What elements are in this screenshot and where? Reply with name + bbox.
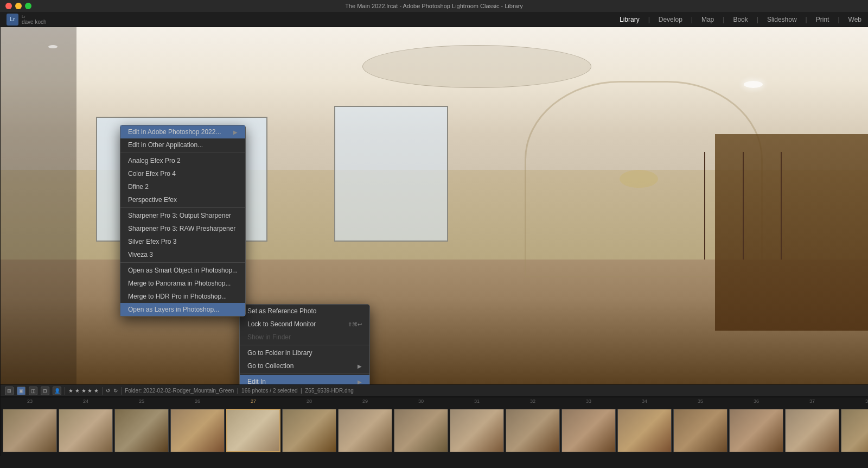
nav-print[interactable]: Print: [816, 16, 829, 23]
main-image-area[interactable]: Set as Reference Photo Lock to Second Mo…: [1, 27, 868, 384]
sub-dfine[interactable]: Dfine 2: [120, 180, 245, 193]
thumb-num: 23: [3, 399, 57, 404]
loupe-view-btn[interactable]: ▣: [17, 387, 25, 395]
thumb-num: 31: [450, 399, 504, 404]
thumb-num: 26: [170, 399, 225, 404]
filmstrip-thumb[interactable]: [561, 409, 616, 452]
rating-stars[interactable]: ★ ★ ★ ★ ★: [68, 388, 99, 394]
filmstrip: 23 24 25 26 27 28 29 30 31 32 33 34 35 3…: [1, 396, 868, 456]
thumb-num: 27: [226, 399, 280, 404]
filmstrip-thumbs: [1, 405, 868, 456]
filmstrip-thumb[interactable]: [450, 409, 504, 452]
filmstrip-thumb[interactable]: [841, 409, 868, 452]
toolbar-divider: [65, 387, 65, 395]
ctx-goto-collection[interactable]: Go to Collection ▶: [240, 359, 369, 372]
ctx-sep: [120, 207, 245, 208]
traffic-lights: [5, 3, 31, 9]
maximize-button[interactable]: [25, 3, 31, 9]
window-title: The Main 2022.lrcat - Adobe Photoshop Li…: [345, 3, 523, 9]
rotate-right-btn[interactable]: ↻: [113, 388, 118, 394]
filmstrip-numbers: 23 24 25 26 27 28 29 30 31 32 33 34 35 3…: [1, 397, 868, 405]
nav-develop[interactable]: Develop: [659, 16, 682, 23]
app-subtitle: Lr dave koch: [22, 14, 47, 25]
nav-map[interactable]: Map: [701, 16, 714, 23]
sub-merge-panorama[interactable]: Merge to Panorama in Photoshop...: [120, 277, 245, 290]
sub-sharpener-raw[interactable]: Sharpener Pro 3: RAW Presharpener: [120, 222, 245, 235]
toolbar-divider: [102, 387, 103, 395]
toolbar-divider: [121, 387, 122, 395]
filmstrip-path-info: Folder: 2022-02-02-Rodger_Mountain_Green…: [125, 388, 868, 394]
sub-perspective-efex[interactable]: Perspective Efex: [120, 193, 245, 206]
thumb-num: 24: [59, 399, 113, 404]
bottom-toolbar: ⊞ ▣ ◫ ⊡ 👤 ★ ★ ★ ★ ★ ↺ ↻ Folder: 2022-02-…: [1, 384, 868, 396]
titlebar: The Main 2022.lrcat - Adobe Photoshop Li…: [0, 0, 868, 12]
close-button[interactable]: [5, 3, 12, 9]
sub-smart-object[interactable]: Open as Smart Object in Photoshop...: [120, 264, 245, 277]
ctx-show-finder: Show in Finder: [240, 331, 369, 344]
thumb-num: 28: [282, 399, 336, 404]
sub-color-efex[interactable]: Color Efex Pro 4: [120, 167, 245, 180]
topnav: Lr Lr dave koch Library | Develop | Map …: [0, 12, 868, 27]
main-layout: Navigator ▾ FIT 100% 190:1 % Folders ▾ ▶…: [0, 27, 868, 456]
filmstrip-thumb[interactable]: [170, 409, 225, 452]
filmstrip-thumb[interactable]: [59, 409, 113, 452]
thumb-num: 35: [673, 399, 727, 404]
filmstrip-thumb[interactable]: [3, 409, 57, 452]
context-menu: Set as Reference Photo Lock to Second Mo…: [239, 304, 370, 384]
nav-slideshow[interactable]: Slideshow: [767, 16, 797, 23]
filmstrip-thumb[interactable]: [785, 409, 839, 452]
survey-view-btn[interactable]: ⊡: [41, 387, 49, 395]
minimize-button[interactable]: [15, 3, 22, 9]
nav-web[interactable]: Web: [848, 16, 861, 23]
thumb-num: 34: [617, 399, 672, 404]
sub-merge-hdr[interactable]: Merge to HDR Pro in Photoshop...: [120, 290, 245, 303]
filmstrip-thumb[interactable]: [282, 409, 336, 452]
app-logo: Lr: [7, 14, 18, 26]
filmstrip-thumb-active[interactable]: [226, 409, 280, 452]
sub-edit-photoshop[interactable]: Edit in Adobe Photoshop 2022... ▶: [120, 125, 245, 138]
ctx-sep: [240, 374, 369, 374]
ctx-sep: [120, 262, 245, 263]
brand: Lr Lr dave koch: [7, 14, 47, 26]
ctx-set-reference[interactable]: Set as Reference Photo: [240, 305, 369, 318]
sub-sharpener-output[interactable]: Sharpener Pro 3: Output Sharpener: [120, 209, 245, 222]
thumb-num: 33: [561, 399, 616, 404]
thumb-num: 29: [338, 399, 392, 404]
sub-analog-efex[interactable]: Analog Efex Pro 2: [120, 154, 245, 167]
filmstrip-thumb[interactable]: [617, 409, 672, 452]
thumb-num: 25: [114, 399, 169, 404]
nav-links: Library | Develop | Map | Book | Slidesh…: [620, 16, 861, 23]
thumb-num: 37: [785, 399, 839, 404]
filmstrip-thumb[interactable]: [338, 409, 392, 452]
filmstrip-thumb[interactable]: [114, 409, 169, 452]
ctx-sep: [240, 345, 369, 345]
filmstrip-thumb[interactable]: [673, 409, 727, 452]
nav-library[interactable]: Library: [620, 16, 640, 23]
ctx-lock-monitor[interactable]: Lock to Second Monitor ⇧⌘↩: [240, 318, 369, 331]
thumb-num: 32: [506, 399, 560, 404]
people-view-btn[interactable]: 👤: [53, 387, 61, 395]
thumb-num: 38: [841, 399, 868, 404]
filmstrip-thumb[interactable]: [394, 409, 448, 452]
nav-book[interactable]: Book: [733, 16, 748, 23]
sub-edit-other[interactable]: Edit in Other Application...: [120, 138, 245, 151]
grid-view-btn[interactable]: ⊞: [5, 387, 14, 395]
rotate-left-btn[interactable]: ↺: [106, 388, 110, 394]
submenu-edit-in: Edit in Adobe Photoshop 2022... ▶ Edit i…: [120, 125, 246, 317]
sub-open-layers[interactable]: Open as Layers in Photoshop...: [120, 303, 245, 316]
sub-silver-efex[interactable]: Silver Efex Pro 3: [120, 235, 245, 248]
thumb-num: 30: [394, 399, 448, 404]
filmstrip-thumb[interactable]: [506, 409, 560, 452]
filmstrip-thumb[interactable]: [729, 409, 783, 452]
thumb-num: 36: [729, 399, 783, 404]
sub-viveza[interactable]: Viveza 3: [120, 248, 245, 261]
center-panel: Set as Reference Photo Lock to Second Mo…: [1, 27, 868, 456]
ctx-goto-folder[interactable]: Go to Folder in Library: [240, 346, 369, 359]
compare-view-btn[interactable]: ◫: [29, 387, 37, 395]
ctx-sep: [120, 153, 245, 153]
ctx-edit-in[interactable]: Edit In ▶: [240, 375, 369, 384]
